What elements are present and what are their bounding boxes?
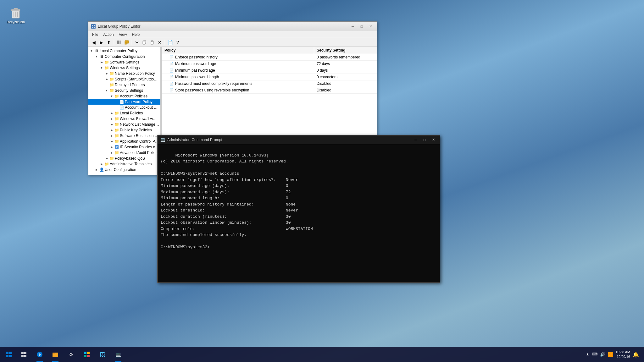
svg-rect-9 xyxy=(92,27,93,28)
tree-item-policy-qos[interactable]: ▶ 📁 Policy-based QoS xyxy=(88,156,160,161)
tree-item-password-policy[interactable]: 📄 Password Policy xyxy=(88,99,160,105)
cmd-titlebar[interactable]: 💻 Administrator: Command Prompt ─ □ ✕ xyxy=(158,135,440,144)
detail-row-2[interactable]: 📄 Minimum password age 0 days xyxy=(162,67,377,74)
toolbar-cut-button[interactable]: ✂ xyxy=(134,39,141,46)
tree-icon-scripts: 📁 xyxy=(109,77,114,81)
col-security-header[interactable]: Security Setting xyxy=(314,47,377,54)
taskbar-item-explorer[interactable] xyxy=(48,347,63,362)
tree-item-account-lockout[interactable]: 📄 Account Lockout Policy xyxy=(88,105,160,110)
menu-action[interactable]: Action xyxy=(101,32,116,37)
tree-icon-computer: 🖥 xyxy=(99,54,104,59)
toolbar-up-button[interactable]: ⬆ xyxy=(105,39,112,46)
taskbar-notification-icon[interactable]: 🔔 xyxy=(633,352,639,358)
tree-item-deployed-printers[interactable]: 📁 Deployed Printers xyxy=(88,82,160,88)
taskbar-item-cmd[interactable]: 💻 xyxy=(111,347,126,362)
menu-help[interactable]: Help xyxy=(130,32,142,37)
svg-rect-26 xyxy=(24,352,26,354)
recycle-bin[interactable]: Recycle Bin xyxy=(6,6,25,24)
svg-rect-24 xyxy=(9,355,12,357)
tree-item-security-settings[interactable]: ▼ 📁 Security Settings xyxy=(88,88,160,93)
detail-row-5[interactable]: 📄 Store passwords using reversible encry… xyxy=(162,87,377,94)
cmd-window: 💻 Administrator: Command Prompt ─ □ ✕ Mi… xyxy=(157,135,440,283)
tree-item-software-restriction[interactable]: ▶ 📁 Software Restriction Policies xyxy=(88,133,160,139)
tree-item-name-resolution[interactable]: ▶ 📁 Name Resolution Policy xyxy=(88,71,160,76)
tree-item-ip-security[interactable]: ▶ IP IP Security Policies on L... xyxy=(88,144,160,150)
tree-expander-root: ▼ xyxy=(89,49,94,52)
detail-row-4[interactable]: 📄 Password must meet complexity requirem… xyxy=(162,80,377,87)
toolbar-forward-button[interactable]: ▶ xyxy=(98,39,105,46)
taskbar-item-photos[interactable]: 🖼 xyxy=(95,347,110,362)
cmd-content[interactable]: Microsoft Windows [Version 10.0.14393] (… xyxy=(158,144,440,282)
svg-rect-14 xyxy=(125,43,126,44)
toolbar-properties-button[interactable]: 📄 xyxy=(167,39,174,46)
taskbar-clock[interactable]: 10:38 AM 12/09/16 xyxy=(616,350,630,359)
toolbar-back-button[interactable]: ◀ xyxy=(90,39,97,46)
value-cell-3: 0 characters xyxy=(314,74,377,80)
tree-icon-appcontrol: 📁 xyxy=(114,139,119,144)
tree-item-scripts[interactable]: ▶ 📁 Scripts (Startup/Shutdown) xyxy=(88,76,160,82)
detail-header: Policy Security Setting xyxy=(162,47,377,54)
taskbar-item-edge[interactable]: e xyxy=(32,347,47,362)
tree-item-public-key[interactable]: ▶ 📁 Public Key Policies xyxy=(88,127,160,133)
tree-icon-lockout: 📄 xyxy=(119,105,124,110)
svg-text:e: e xyxy=(39,352,41,357)
menu-view[interactable]: View xyxy=(116,32,130,37)
gpe-minimize-button[interactable]: ─ xyxy=(349,23,357,30)
tree-label-advancedaudit: Advanced Audit Policy... xyxy=(120,151,159,155)
taskbar-chevron-icon[interactable]: ▲ xyxy=(586,352,590,357)
taskbar-item-settings[interactable]: ⚙ xyxy=(64,347,79,362)
taskbar-start-button[interactable] xyxy=(1,347,16,362)
tree-item-account-policies[interactable]: ▼ 📁 Account Policies xyxy=(88,93,160,99)
value-cell-2: 0 days xyxy=(314,67,377,74)
svg-rect-28 xyxy=(24,355,26,357)
cmd-maximize-button[interactable]: □ xyxy=(420,137,429,143)
toolbar-copy-button[interactable] xyxy=(141,39,148,46)
taskbar-task-view[interactable] xyxy=(16,347,31,362)
tree-item-software-settings[interactable]: ▶ 📁 Software Settings xyxy=(88,59,160,65)
value-cell-1: 72 days xyxy=(314,61,377,67)
detail-row-3[interactable]: 📄 Minimum password length 0 characters xyxy=(162,74,377,80)
tree-item-network-list[interactable]: ▶ 📁 Network List Manager Policies xyxy=(88,122,160,127)
taskbar-keyboard-icon[interactable]: ⌨ xyxy=(592,352,597,357)
gpe-close-button[interactable]: ✕ xyxy=(366,23,375,30)
taskbar-volume-icon[interactable]: 🔊 xyxy=(600,352,605,357)
tree-item-admin-templates[interactable]: ▶ 📁 Administrative Templates xyxy=(88,161,160,167)
svg-rect-32 xyxy=(53,353,55,354)
svg-rect-25 xyxy=(21,352,24,354)
tree-label-password: Password Policy xyxy=(125,100,153,104)
tree-item-local-policies[interactable]: ▶ 📁 Local Policies xyxy=(88,110,160,116)
toolbar-paste-button[interactable] xyxy=(149,39,156,46)
tree-item-advanced-audit[interactable]: ▶ 📁 Advanced Audit Policy... xyxy=(88,150,160,156)
svg-rect-23 xyxy=(6,355,8,357)
toolbar-delete-button[interactable]: ✕ xyxy=(156,39,163,46)
policy-name-0: Enforce password history xyxy=(175,55,218,59)
toolbar-show-hide-button[interactable] xyxy=(116,39,123,46)
tree-item-root[interactable]: ▼ 🖥 Local Computer Policy xyxy=(88,48,160,54)
tree-item-app-control[interactable]: ▶ 📁 Application Control Pol... xyxy=(88,139,160,144)
tree-item-computer-config[interactable]: ▼ 🖥 Computer Configuration xyxy=(88,54,160,59)
cmd-close-button[interactable]: ✕ xyxy=(429,137,437,143)
gpe-maximize-button[interactable]: □ xyxy=(358,23,366,30)
tree-expander-windows: ▼ xyxy=(99,66,104,69)
tree-icon-admintemplates: 📁 xyxy=(104,162,109,166)
detail-row-1[interactable]: 📄 Maximum password age 72 days xyxy=(162,61,377,67)
desktop: Recycle Bin Local Group Policy Editor ─ … xyxy=(0,0,644,362)
detail-row-0[interactable]: 📄 Enforce password history 0 passwords r… xyxy=(162,54,377,61)
menu-file[interactable]: File xyxy=(90,32,101,37)
tree-expander-computer: ▼ xyxy=(94,55,99,58)
toolbar-up-one-level-button[interactable] xyxy=(123,39,130,46)
gpe-titlebar[interactable]: Local Group Policy Editor ─ □ ✕ xyxy=(88,22,377,31)
taskbar-network-icon[interactable]: 📶 xyxy=(608,352,613,357)
toolbar-help-button[interactable]: ? xyxy=(174,39,181,46)
taskbar-item-store[interactable] xyxy=(79,347,94,362)
tree-item-windows-firewall[interactable]: ▶ 📁 Windows Firewall with Advance... xyxy=(88,116,160,122)
tree-item-user-config[interactable]: ▶ 👤 User Configuration xyxy=(88,167,160,173)
tree-scroll: ▼ 🖥 Local Computer Policy ▼ 🖥 Computer C… xyxy=(88,47,160,174)
policy-icon-1: 📄 xyxy=(169,62,174,66)
tree-icon-account: 📁 xyxy=(114,94,119,98)
col-policy-header[interactable]: Policy xyxy=(162,47,314,54)
tree-item-windows-settings[interactable]: ▼ 📁 Windows Settings xyxy=(88,65,160,71)
tree-label-lockout: Account Lockout Policy xyxy=(125,105,159,110)
value-cell-4: Disabled xyxy=(314,80,377,87)
cmd-minimize-button[interactable]: ─ xyxy=(412,137,420,143)
